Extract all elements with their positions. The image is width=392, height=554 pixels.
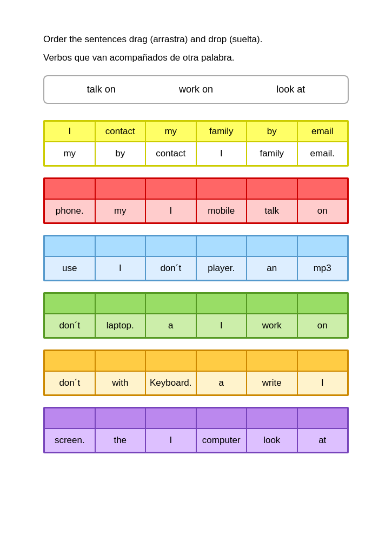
word-cell-top-6-2[interactable] [95,408,146,428]
word-cell-top-6-5[interactable] [247,408,297,428]
word-cell-bottom-6-6[interactable]: at [297,428,348,452]
word-cell-top-4-5[interactable] [247,293,297,314]
word-cell-bottom-2-6[interactable]: on [297,199,348,223]
word-cell-top-5-2[interactable] [95,351,146,371]
word-cell-top-2-5[interactable] [247,179,297,199]
word-cell-top-6-1[interactable] [44,408,95,428]
word-cell-top-1-3[interactable]: my [145,121,196,142]
word-cell-bottom-4-5[interactable]: work [247,314,297,338]
word-cell-top-1-5[interactable]: by [247,121,297,142]
word-cell-top-4-4[interactable] [196,293,247,314]
word-cell-bottom-6-5[interactable]: look [247,428,297,452]
word-cell-bottom-2-2[interactable]: my [95,199,146,223]
sentence-group-4: don´tlaptop.aIworkon [43,292,349,339]
word-cell-bottom-5-3[interactable]: Keyboard. [145,371,196,395]
word-cell-bottom-3-1[interactable]: use [44,256,95,280]
word-cell-bottom-4-2[interactable]: laptop. [95,314,146,338]
word-cell-top-3-3[interactable] [145,236,196,256]
word-cell-top-5-6[interactable] [297,351,348,371]
word-cell-top-4-1[interactable] [44,293,95,314]
word-cell-top-5-3[interactable] [145,351,196,371]
word-cell-bottom-6-4[interactable]: computer [196,428,247,452]
word-cell-bottom-4-6[interactable]: on [297,314,348,338]
word-cell-bottom-1-4[interactable]: I [196,142,247,166]
sentence-group-2: phone.myImobiletalkon [43,177,349,224]
word-cell-bottom-3-3[interactable]: don´t [145,256,196,280]
word-cell-top-4-3[interactable] [145,293,196,314]
word-cell-top-2-3[interactable] [145,179,196,199]
word-cell-top-3-2[interactable] [95,236,146,256]
word-cell-top-4-6[interactable] [297,293,348,314]
sentence-group-1: IcontactmyfamilybyemailmybycontactIfamil… [43,120,349,167]
word-cell-top-2-2[interactable] [95,179,146,199]
word-cell-bottom-5-6[interactable]: I [297,371,348,395]
word-cell-bottom-6-3[interactable]: I [145,428,196,452]
word-cell-top-6-4[interactable] [196,408,247,428]
word-cell-bottom-1-6[interactable]: email. [297,142,348,166]
word-cell-bottom-2-5[interactable]: talk [247,199,297,223]
word-cell-bottom-5-1[interactable]: don´t [44,371,95,395]
word-bank-item: talk on [87,84,116,95]
word-cell-bottom-1-3[interactable]: contact [145,142,196,166]
word-cell-bottom-6-2[interactable]: the [95,428,146,452]
word-cell-top-2-4[interactable] [196,179,247,199]
word-cell-bottom-5-2[interactable]: with [95,371,146,395]
word-cell-bottom-3-4[interactable]: player. [196,256,247,280]
word-cell-top-3-4[interactable] [196,236,247,256]
word-bank-item: work on [179,84,213,95]
word-cell-top-4-2[interactable] [95,293,146,314]
word-cell-top-6-3[interactable] [145,408,196,428]
word-cell-bottom-2-3[interactable]: I [145,199,196,223]
instruction-line2: Verbos que van acompañados de otra palab… [43,51,349,65]
word-cell-top-6-6[interactable] [297,408,348,428]
word-cell-top-2-1[interactable] [44,179,95,199]
word-cell-bottom-3-6[interactable]: mp3 [297,256,348,280]
word-cell-bottom-4-4[interactable]: I [196,314,247,338]
word-cell-bottom-3-2[interactable]: I [95,256,146,280]
word-bank: talk onwork onlook at [43,75,349,104]
word-cell-bottom-4-1[interactable]: don´t [44,314,95,338]
sentence-group-5: don´twithKeyboard.awriteI [43,349,349,396]
word-cell-top-2-6[interactable] [297,179,348,199]
word-cell-bottom-5-4[interactable]: a [196,371,247,395]
word-cell-top-3-1[interactable] [44,236,95,256]
instruction-line1: Order the sentences drag (arrastra) and … [43,32,349,47]
word-cell-top-1-1[interactable]: I [44,121,95,142]
word-cell-top-1-2[interactable]: contact [95,121,146,142]
word-cell-bottom-1-1[interactable]: my [44,142,95,166]
word-cell-bottom-3-5[interactable]: an [247,256,297,280]
word-cell-top-5-4[interactable] [196,351,247,371]
word-cell-top-5-1[interactable] [44,351,95,371]
word-cell-bottom-1-2[interactable]: by [95,142,146,166]
word-cell-bottom-2-4[interactable]: mobile [196,199,247,223]
word-cell-top-3-6[interactable] [297,236,348,256]
sentence-group-6: screen.theIcomputerlookat [43,407,349,453]
word-cell-bottom-6-1[interactable]: screen. [44,428,95,452]
word-cell-top-1-4[interactable]: family [196,121,247,142]
word-cell-bottom-2-1[interactable]: phone. [44,199,95,223]
word-cell-bottom-4-3[interactable]: a [145,314,196,338]
word-cell-top-3-5[interactable] [247,236,297,256]
word-cell-top-1-6[interactable]: email [297,121,348,142]
word-cell-bottom-1-5[interactable]: family [247,142,297,166]
word-cell-top-5-5[interactable] [247,351,297,371]
word-bank-item: look at [276,84,305,95]
sentence-group-3: useIdon´tplayer.anmp3 [43,235,349,281]
word-cell-bottom-5-5[interactable]: write [247,371,297,395]
